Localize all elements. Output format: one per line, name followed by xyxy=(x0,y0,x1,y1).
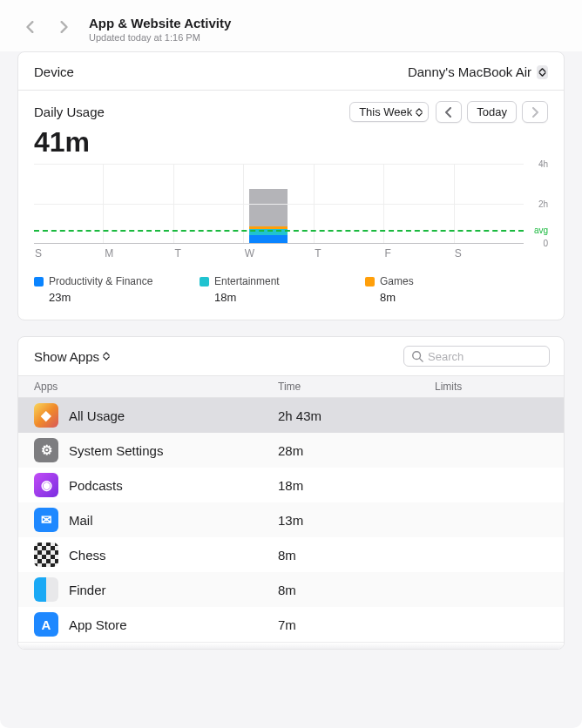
col-header-limits: Limits xyxy=(435,381,548,393)
app-name: Mail xyxy=(69,513,93,528)
legend-item: Productivity & Finance23m xyxy=(34,275,200,304)
col-header-apps: Apps xyxy=(34,381,278,393)
apps-table-header: Apps Time Limits xyxy=(18,375,564,398)
app-time: 8m xyxy=(278,583,435,597)
prev-period-button[interactable] xyxy=(436,101,462,123)
page-subtitle: Updated today at 1:16 PM xyxy=(89,32,565,43)
today-button[interactable]: Today xyxy=(467,101,517,123)
show-apps-label: Show Apps xyxy=(34,349,99,364)
device-label: Device xyxy=(34,64,74,79)
table-row[interactable]: Chess8m xyxy=(18,537,564,572)
chart-y-axis: 4h2h0avg xyxy=(524,164,548,244)
app-name: System Settings xyxy=(69,443,163,458)
apps-table-body: ◆All Usage2h 43m⚙System Settings28m◉Podc… xyxy=(18,398,564,642)
chart-bar xyxy=(249,189,288,243)
page-title: App & Website Activity xyxy=(89,16,565,31)
system-settings-icon: ⚙ xyxy=(34,438,58,462)
chart-x-axis: SMTWTFS xyxy=(34,247,548,260)
legend-swatch xyxy=(34,277,44,286)
usage-panel: Device Danny's MacBook Air Daily Usage T… xyxy=(17,51,565,320)
search-icon xyxy=(411,350,423,362)
legend-item: Entertainment18m xyxy=(200,275,365,304)
table-row[interactable]: ⚙System Settings28m xyxy=(18,433,564,468)
avg-label: avg xyxy=(534,226,548,235)
table-row[interactable]: ◉Podcasts18m xyxy=(18,468,564,502)
content: Device Danny's MacBook Air Daily Usage T… xyxy=(0,51,582,728)
chevron-up-down-icon xyxy=(416,108,423,117)
today-button-label: Today xyxy=(477,105,507,118)
table-row[interactable]: ✉Mail13m xyxy=(18,502,564,537)
chevron-up-down-icon xyxy=(103,352,110,361)
device-selected-value: Danny's MacBook Air xyxy=(408,64,531,79)
table-row[interactable]: AApp Store7m xyxy=(18,607,564,642)
finder-icon xyxy=(34,577,58,602)
x-tick-label: T xyxy=(174,247,244,260)
app-time: 2h 43m xyxy=(278,408,435,423)
scroll-indicator xyxy=(18,642,564,649)
app-time: 13m xyxy=(278,513,435,528)
period-selector[interactable]: This Week xyxy=(349,102,429,122)
col-header-time: Time xyxy=(278,381,435,393)
avg-line xyxy=(34,230,524,232)
daily-usage-label: Daily Usage xyxy=(34,104,105,119)
daily-controls: This Week Today xyxy=(349,101,548,123)
window: App & Website Activity Updated today at … xyxy=(0,0,582,728)
mail-icon: ✉ xyxy=(34,508,58,532)
svg-line-1 xyxy=(420,359,423,362)
gridline xyxy=(34,204,524,205)
toolbar: App & Website Activity Updated today at … xyxy=(0,0,582,51)
app-name: App Store xyxy=(69,617,127,632)
legend-value: 23m xyxy=(49,291,200,304)
legend-value: 8m xyxy=(380,291,524,304)
app-time: 28m xyxy=(278,443,435,458)
bar-segment xyxy=(249,189,288,227)
device-row: Device Danny's MacBook Air xyxy=(34,64,548,79)
search-field[interactable] xyxy=(403,346,550,367)
gridline xyxy=(34,164,524,165)
chart-legend: Productivity & Finance23mEntertainment18… xyxy=(34,275,548,304)
daily-usage-row: Daily Usage This Week xyxy=(34,101,548,123)
period-nav: Today xyxy=(436,101,548,123)
legend-name: Games xyxy=(380,275,414,287)
title-block: App & Website Activity Updated today at … xyxy=(89,16,565,43)
legend-swatch xyxy=(200,277,209,286)
apps-panel: Show Apps Apps Time Limits ◆All Usage2h … xyxy=(17,336,565,650)
chevron-up-down-icon xyxy=(537,65,548,79)
legend-name: Productivity & Finance xyxy=(49,275,152,287)
period-selected-value: This Week xyxy=(359,105,412,118)
forward-button[interactable] xyxy=(58,21,70,33)
device-selector[interactable]: Danny's MacBook Air xyxy=(408,64,548,79)
x-tick-label: S xyxy=(454,247,524,260)
x-tick-label: F xyxy=(383,247,453,260)
daily-total: 41m xyxy=(34,126,548,158)
back-button[interactable] xyxy=(24,21,37,33)
legend-item: Games8m xyxy=(365,275,524,304)
table-row[interactable]: ◆All Usage2h 43m xyxy=(18,398,564,433)
y-tick-label: 0 xyxy=(543,239,548,248)
bar-segment xyxy=(249,235,288,243)
x-tick-label: M xyxy=(104,247,173,260)
apps-header: Show Apps xyxy=(18,337,564,375)
legend-name: Entertainment xyxy=(214,275,280,287)
nav-arrows xyxy=(24,16,70,33)
next-period-button[interactable] xyxy=(522,101,548,123)
app-time: 7m xyxy=(278,617,435,632)
all-usage-icon: ◆ xyxy=(34,403,58,428)
x-tick-label: S xyxy=(34,247,104,260)
legend-swatch xyxy=(365,277,375,286)
app-store-icon: A xyxy=(34,612,58,637)
y-tick-label: 2h xyxy=(538,199,548,209)
x-tick-label: T xyxy=(314,247,383,260)
show-apps-selector[interactable]: Show Apps xyxy=(34,349,110,364)
divider xyxy=(18,90,564,91)
app-name: Finder xyxy=(69,583,106,597)
y-tick-label: 4h xyxy=(538,159,548,169)
app-time: 8m xyxy=(278,548,435,563)
chess-icon xyxy=(34,543,58,567)
podcasts-icon: ◉ xyxy=(34,473,58,497)
search-input[interactable] xyxy=(428,350,542,363)
table-row[interactable]: Finder8m xyxy=(18,572,564,607)
usage-chart: 4h2h0avg xyxy=(34,164,548,244)
chart-plot xyxy=(34,164,524,244)
app-time: 18m xyxy=(278,478,435,493)
